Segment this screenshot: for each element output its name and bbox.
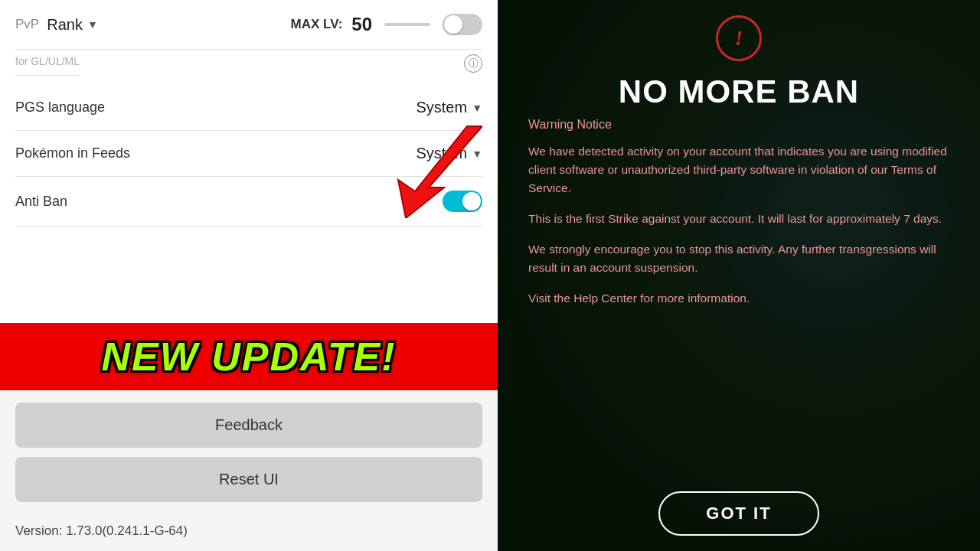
pgs-language-label: PGS language [15,99,416,116]
warning-body: We have detected activity on your accoun… [528,142,949,484]
warning-body-p3: We strongly encourage you to stop this a… [528,240,949,277]
pgs-dropdown-arrow: ▼ [472,102,482,114]
left-panel: PvP Rank ▼ MAX LV: 50 for GL/UL/ML ⓘ [0,0,498,551]
help-center-prefix: Visit the Help Center [528,292,640,305]
pgs-language-value: System [416,99,467,116]
rank-dropdown[interactable]: Rank ▼ [47,16,98,34]
rank-dropdown-arrow: ▼ [87,18,98,31]
max-lv-value: 50 [351,14,372,35]
help-center-suffix: for more information. [640,292,750,305]
anti-ban-label: Anti Ban [15,194,443,210]
warning-icon-circle: ! [716,15,762,61]
rank-value: Rank [47,16,83,34]
max-lv-bar [384,23,430,26]
warning-exclamation-icon: ! [735,26,743,51]
red-arrow [383,119,482,221]
max-lv-toggle[interactable] [443,14,482,35]
button-section: Feedback Reset UI [0,390,498,514]
svg-marker-0 [398,126,482,218]
got-it-button[interactable]: GOT IT [658,491,818,536]
right-panel: ! NO MORE BAN Warning Notice We have det… [498,0,980,551]
no-more-ban-title: NO MORE BAN [619,73,859,110]
pokemon-feeds-label: Pokémon in Feeds [15,145,416,161]
for-label: for GL/UL/ML [15,55,80,76]
warning-dialog: ! NO MORE BAN Warning Notice We have det… [498,0,980,551]
warning-body-p4: Visit the Help Center for more informati… [528,289,949,308]
pgs-language-dropdown[interactable]: System ▼ [416,99,482,116]
feedback-button[interactable]: Feedback [15,403,482,448]
version-text: Version: 1.73.0(0.241.1-G-64) [0,514,498,551]
warning-notice-label: Warning Notice [528,118,949,132]
max-lv-label: MAX LV: [291,17,343,32]
pvp-label: PvP [15,17,39,32]
toggle-knob [444,15,462,34]
info-icon[interactable]: ⓘ [464,54,482,73]
reset-ui-button[interactable]: Reset UI [15,457,482,502]
pvp-rank-row: PvP Rank ▼ MAX LV: 50 [15,0,482,50]
warning-body-p2: This is the first Strike against your ac… [528,210,949,228]
gl-ul-ml-row: for GL/UL/ML ⓘ [15,50,482,85]
max-lv-section: MAX LV: 50 [291,14,482,35]
new-update-banner: NEW UPDATE! [0,323,498,390]
warning-body-p1: We have detected activity on your accoun… [528,142,949,197]
new-update-text: NEW UPDATE! [101,334,396,379]
